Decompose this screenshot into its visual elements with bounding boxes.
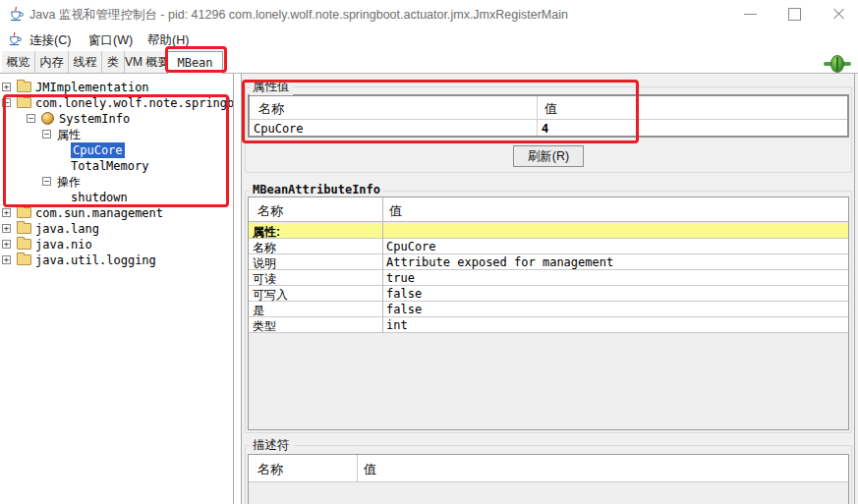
expand-icon[interactable]: + [2, 83, 11, 91]
tab-overview[interactable]: 概览 [2, 51, 35, 73]
tree-item-shutdown[interactable]: shutdown [0, 190, 233, 205]
split-pane-divider[interactable] [233, 74, 242, 504]
info-row-type: 类型int [249, 317, 848, 333]
menu-connection[interactable]: 连接(C) [29, 32, 71, 49]
descriptor-group-title: 描述符 [250, 437, 293, 454]
info-table-header: 名称 值 [249, 197, 848, 222]
attribute-value-table: 名称 值 CpuCore 4 [248, 94, 849, 138]
mbean-attribute-info-title: MBeanAttributeInfo [250, 183, 383, 196]
window-close-icon[interactable] [824, 0, 853, 28]
info-row-writable: 可写入false [249, 286, 848, 302]
column-header-name: 名称 [257, 461, 283, 478]
tree-item-totalmemory[interactable]: TotalMemory [0, 158, 233, 174]
info-row-name: 名称CpuCore [249, 239, 848, 254]
plug-slit [836, 57, 838, 71]
tab-classes[interactable]: 类 [102, 51, 125, 73]
refresh-button[interactable]: 刷新(R) [513, 145, 584, 167]
tab-strip: 概览内存线程类VM 概要MBean [0, 51, 858, 74]
tree-item-cpucore[interactable]: CpuCore [0, 142, 233, 158]
tab-memory[interactable]: 内存 [35, 51, 69, 73]
menu-bar: 连接(C) 窗口(W) 帮助(H) [0, 28, 858, 51]
tree-item-com-sun-management[interactable]: +com.sun.management [0, 205, 233, 221]
collapse-icon[interactable]: − [27, 114, 35, 123]
tab-threads[interactable]: 线程 [69, 51, 102, 73]
tree-item-jmimplementation[interactable]: +JMImplementation [0, 80, 233, 95]
java-cup-icon-small [7, 31, 23, 47]
folder-icon [17, 223, 31, 234]
column-header-value: 值 [544, 100, 557, 118]
info-row-is: 是false [249, 302, 848, 317]
column-header-value: 值 [389, 202, 402, 220]
attribute-name-cell: CpuCore [254, 122, 304, 136]
title-bar: Java 监视和管理控制台 - pid: 41296 com.lonely.wo… [0, 0, 858, 28]
panel-right-border [854, 74, 855, 504]
tab-mbean[interactable]: MBean [167, 51, 223, 74]
menu-help[interactable]: 帮助(H) [147, 32, 189, 49]
attribute-value-cell[interactable]: 4 [542, 122, 548, 136]
window-minimize-icon[interactable] [735, 0, 765, 28]
column-divider [382, 197, 383, 333]
column-divider [357, 455, 358, 482]
attribute-row-cpucore[interactable]: CpuCore 4 [250, 121, 847, 137]
folder-icon [17, 97, 31, 108]
window-title: Java 监视和管理控制台 - pid: 41296 com.lonely.wo… [29, 7, 568, 24]
tree-item-systeminfo[interactable]: −SystemInfo [0, 111, 233, 127]
menu-window[interactable]: 窗口(W) [88, 32, 133, 49]
tree-item-attributes[interactable]: −属性 [0, 127, 233, 142]
jconsole-window: Java 监视和管理控制台 - pid: 41296 com.lonely.wo… [0, 0, 858, 504]
descriptor-table-header: 名称 值 [249, 455, 848, 482]
info-row-readable: 可读true [249, 270, 848, 286]
tree-item-java-util-logging[interactable]: +java.util.logging [0, 252, 233, 268]
attribute-table-header: 名称 值 [250, 96, 847, 120]
column-header-name: 名称 [258, 100, 284, 118]
folder-icon [17, 239, 31, 250]
collapse-icon[interactable]: − [2, 98, 11, 107]
folder-icon [17, 207, 31, 218]
info-row-description: 说明Attribute exposed for management [249, 254, 848, 270]
descriptor-table: 名称 值 [248, 454, 849, 504]
expand-icon[interactable]: + [2, 208, 11, 217]
tree-item-java-nio[interactable]: +java.nio [0, 237, 233, 252]
collapse-icon[interactable]: − [42, 177, 51, 186]
column-header-name: 名称 [257, 202, 283, 220]
expand-icon[interactable]: + [2, 224, 11, 233]
mbean-icon [41, 112, 54, 125]
tree-item-com-lonely[interactable]: −com.lonely.wolf.note.springboot.a [0, 95, 233, 111]
java-cup-icon [8, 6, 24, 22]
folder-icon [17, 254, 31, 265]
mbean-tree-panel: +JMImplementation −com.lonely.wolf.note.… [0, 74, 233, 504]
column-divider [537, 96, 538, 136]
info-row-attribute: 属性: [249, 223, 848, 239]
tab-vm-summary[interactable]: VM 概要 [125, 51, 167, 73]
column-header-value: 值 [364, 461, 376, 478]
window-maximize-icon[interactable] [779, 0, 809, 28]
tree-item-java-lang[interactable]: +java.lang [0, 221, 233, 237]
tree-item-operations[interactable]: −操作 [0, 174, 233, 190]
connect-status-icon [824, 55, 851, 73]
expand-icon[interactable]: + [2, 255, 11, 264]
collapse-icon[interactable]: − [42, 130, 51, 139]
attribute-value-group-title: 属性值 [250, 79, 293, 95]
expand-icon[interactable]: + [2, 240, 11, 249]
mbean-attribute-info-table: 名称 值 属性: 名称CpuCore 说明Attribute exposed f… [248, 196, 849, 430]
folder-icon [17, 82, 31, 92]
